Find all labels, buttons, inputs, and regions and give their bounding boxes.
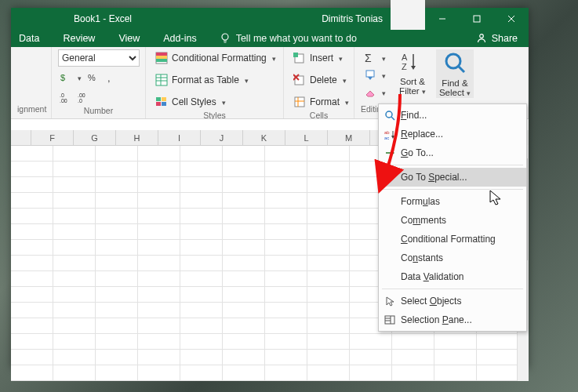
cell[interactable] xyxy=(265,334,307,350)
cell[interactable] xyxy=(138,177,180,193)
cell[interactable] xyxy=(265,287,307,303)
cell[interactable] xyxy=(96,224,138,240)
col-header[interactable]: I xyxy=(158,130,201,145)
cell[interactable] xyxy=(96,318,138,334)
accounting-format-button[interactable]: $ xyxy=(58,69,83,86)
tab-data[interactable]: Data xyxy=(17,30,41,47)
autosum-button[interactable]: Σ xyxy=(361,49,389,67)
cell[interactable] xyxy=(53,303,96,318)
cell[interactable] xyxy=(96,146,138,162)
conditional-formatting-button[interactable]: Conditional Formatting xyxy=(152,49,279,67)
cell[interactable] xyxy=(53,256,96,271)
cell[interactable] xyxy=(265,350,307,365)
cell[interactable] xyxy=(477,350,519,365)
cell[interactable] xyxy=(11,318,53,334)
cell[interactable] xyxy=(180,162,223,177)
cell[interactable] xyxy=(180,193,223,209)
cell[interactable] xyxy=(223,303,265,318)
cell[interactable] xyxy=(53,162,96,177)
cell[interactable] xyxy=(96,303,138,318)
cell[interactable] xyxy=(223,209,265,224)
find-select-button[interactable]: Find &Select xyxy=(436,49,474,98)
cell[interactable] xyxy=(265,146,307,162)
cell[interactable] xyxy=(223,318,265,334)
tab-addins[interactable]: Add-ins xyxy=(162,30,198,47)
cell[interactable] xyxy=(11,240,53,256)
cell[interactable] xyxy=(96,287,138,303)
cell[interactable] xyxy=(11,193,53,209)
cell[interactable] xyxy=(307,334,350,350)
cell[interactable] xyxy=(265,271,307,287)
cell[interactable] xyxy=(180,146,223,162)
spreadsheet-area[interactable]: F G H I J K L M ▲ Find... abac Replace..… xyxy=(11,119,529,381)
cell[interactable] xyxy=(265,256,307,271)
cell[interactable] xyxy=(180,177,223,193)
cell[interactable] xyxy=(223,350,265,365)
menu-constants[interactable]: Constants xyxy=(379,249,526,267)
cell[interactable] xyxy=(477,365,519,381)
close-button[interactable] xyxy=(494,8,529,30)
cell[interactable] xyxy=(53,350,96,365)
cell[interactable] xyxy=(265,162,307,177)
cell[interactable] xyxy=(307,193,350,209)
cell[interactable] xyxy=(307,318,350,334)
cell[interactable] xyxy=(11,146,53,162)
cell[interactable] xyxy=(180,318,223,334)
cell[interactable] xyxy=(307,287,350,303)
cell[interactable] xyxy=(11,162,53,177)
menu-replace[interactable]: abac Replace... xyxy=(379,125,526,143)
cell[interactable] xyxy=(265,209,307,224)
cell[interactable] xyxy=(223,365,265,381)
cell[interactable] xyxy=(138,303,180,318)
cell[interactable] xyxy=(138,365,180,381)
cell[interactable] xyxy=(223,240,265,256)
cell[interactable] xyxy=(223,162,265,177)
cell[interactable] xyxy=(307,162,350,177)
cell[interactable] xyxy=(53,240,96,256)
col-header[interactable]: F xyxy=(31,130,74,145)
fill-button[interactable] xyxy=(361,67,389,84)
cell[interactable] xyxy=(138,193,180,209)
cell[interactable] xyxy=(138,162,180,177)
cell[interactable] xyxy=(11,271,53,287)
cell[interactable] xyxy=(180,256,223,271)
cell[interactable] xyxy=(180,224,223,240)
tell-me-search[interactable]: Tell me what you want to do xyxy=(219,32,357,45)
col-header[interactable]: G xyxy=(74,130,116,145)
cell[interactable] xyxy=(434,365,477,381)
cell[interactable] xyxy=(138,209,180,224)
cell[interactable] xyxy=(265,177,307,193)
cell[interactable] xyxy=(307,209,350,224)
cell[interactable] xyxy=(350,350,392,365)
cell[interactable] xyxy=(53,224,96,240)
cell[interactable] xyxy=(138,240,180,256)
cell[interactable] xyxy=(53,287,96,303)
cell[interactable] xyxy=(180,350,223,365)
cell[interactable] xyxy=(265,224,307,240)
cell[interactable] xyxy=(11,209,53,224)
cell[interactable] xyxy=(11,256,53,271)
cell-styles-button[interactable]: Cell Styles xyxy=(152,93,229,111)
cell[interactable] xyxy=(265,240,307,256)
share-button[interactable]: Share xyxy=(475,32,529,45)
cell[interactable] xyxy=(180,334,223,350)
cell[interactable] xyxy=(96,209,138,224)
cell[interactable] xyxy=(307,303,350,318)
cell[interactable] xyxy=(307,177,350,193)
percent-format-button[interactable]: % xyxy=(85,69,101,86)
format-as-table-button[interactable]: Format as Table xyxy=(152,71,252,89)
cell[interactable] xyxy=(223,334,265,350)
cell[interactable] xyxy=(53,271,96,287)
cell[interactable] xyxy=(265,318,307,334)
cell[interactable] xyxy=(53,177,96,193)
menu-selection-pane[interactable]: Selection Pane... xyxy=(379,310,526,329)
cell[interactable] xyxy=(96,177,138,193)
cell[interactable] xyxy=(350,334,392,350)
cell[interactable] xyxy=(96,240,138,256)
cell[interactable] xyxy=(11,303,53,318)
cell[interactable] xyxy=(53,334,96,350)
delete-cells-button[interactable]: Delete xyxy=(290,71,350,89)
menu-comments[interactable]: Comments xyxy=(379,211,526,230)
cell[interactable] xyxy=(392,334,434,350)
cell[interactable] xyxy=(11,177,53,193)
